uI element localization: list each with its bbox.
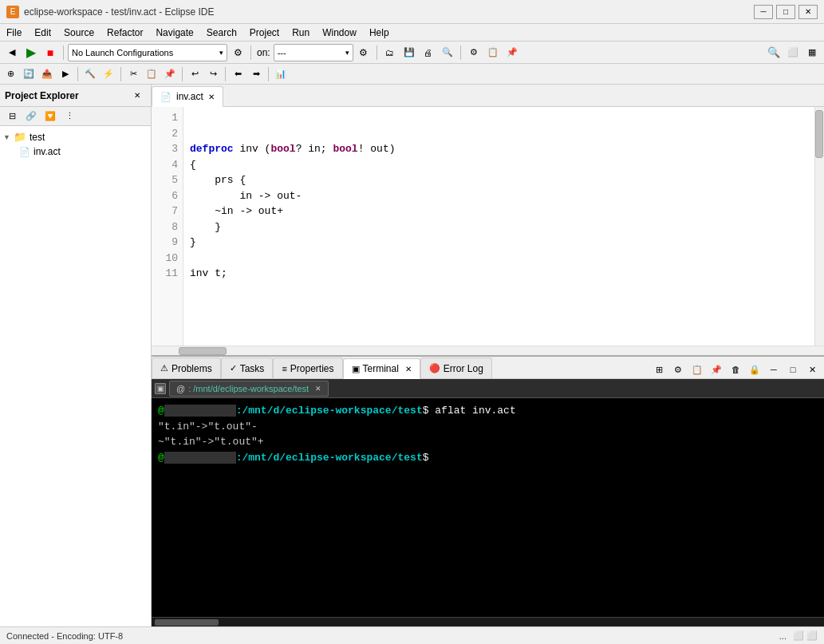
terminal-hscrollbar[interactable] xyxy=(152,617,824,626)
editor-tab-invact[interactable]: 📄 inv.act ✕ xyxy=(152,86,223,107)
close-sidebar-button[interactable]: ✕ xyxy=(128,87,146,105)
tb2-btn-3[interactable]: 📤 xyxy=(38,65,56,83)
tb2-btn-8[interactable]: 📋 xyxy=(143,65,160,83)
toolbar-separator-1 xyxy=(63,45,64,60)
view-button[interactable]: ▦ xyxy=(803,44,821,61)
menu-help[interactable]: Help xyxy=(363,24,396,41)
tb2-btn-14[interactable]: 📊 xyxy=(272,65,290,83)
tb2-btn-1[interactable]: ⊕ xyxy=(2,65,19,83)
tab-terminal[interactable]: ▣ Terminal ✕ xyxy=(343,358,420,379)
toolbar-btn-7[interactable]: 📌 xyxy=(503,44,521,61)
on-dropdown[interactable]: --- ▾ xyxy=(274,44,353,61)
tb2-btn-2[interactable]: 🔄 xyxy=(20,65,37,83)
code-line-6: ~in -> out+ xyxy=(190,205,283,217)
tb2-btn-11[interactable]: ↪ xyxy=(204,65,222,83)
close-shell-tab[interactable]: ✕ xyxy=(315,385,321,393)
terminal-settings-btn[interactable]: ⚙ xyxy=(669,361,687,378)
on-arrow: ▾ xyxy=(345,49,349,57)
search-button[interactable]: 🔍 xyxy=(765,44,783,61)
tb2-btn-5[interactable]: 🔨 xyxy=(81,65,99,83)
editor-scrollbar-thumb[interactable] xyxy=(815,110,823,158)
minimize-button[interactable]: ─ xyxy=(754,5,773,19)
menu-file[interactable]: File xyxy=(0,24,28,41)
close-tab-button[interactable]: ✕ xyxy=(208,93,215,101)
launch-config-arrow: ▾ xyxy=(219,49,223,57)
run-button[interactable]: ▶ xyxy=(22,44,40,61)
title-text: eclipse-workspace - test/inv.act - Eclip… xyxy=(24,6,754,18)
toolbar-btn-6[interactable]: 📋 xyxy=(484,44,502,61)
menu-refactor[interactable]: Refactor xyxy=(101,24,149,41)
errorlog-label: Error Log xyxy=(444,363,483,374)
toolbar-btn-1[interactable]: 🗂 xyxy=(381,44,399,61)
toolbar-btn-2[interactable]: 💾 xyxy=(400,44,418,61)
tree-item-invact[interactable]: 📄 inv.act xyxy=(0,144,151,159)
tb2-btn-12[interactable]: ⬅ xyxy=(229,65,246,83)
tb2-btn-4[interactable]: ▶ xyxy=(57,65,74,83)
prompt-user-1: @ xyxy=(158,405,164,417)
maximize-button[interactable]: □ xyxy=(776,5,795,19)
toolbar-btn-5[interactable]: ⚙ xyxy=(465,44,483,61)
menu-search[interactable]: Search xyxy=(200,24,243,41)
title-bar: E eclipse-workspace - test/inv.act - Ecl… xyxy=(0,0,824,24)
terminal-clear-btn[interactable]: 🗑 xyxy=(727,361,744,378)
menu-window[interactable]: Window xyxy=(316,24,363,41)
code-line-3: { xyxy=(190,159,196,171)
editor-scrollbar[interactable] xyxy=(814,107,824,346)
tb2-btn-6[interactable]: ⚡ xyxy=(100,65,117,83)
launch-config-settings[interactable]: ⚙ xyxy=(229,44,246,61)
app-icon: E xyxy=(6,6,19,18)
tb2-btn-9[interactable]: 📌 xyxy=(161,65,179,83)
menu-edit[interactable]: Edit xyxy=(28,24,57,41)
terminal-label: Terminal xyxy=(363,363,399,374)
sidebar-tree: ▼ 📁 test 📄 inv.act xyxy=(0,126,151,626)
tab-properties[interactable]: ≡ Properties xyxy=(273,358,342,378)
terminal-output[interactable]: @ :/mnt/d/eclipse-workspace/test$ aflat … xyxy=(152,398,824,617)
editor-and-bottom: 📄 inv.act ✕ 1 2 3 4 5 6 7 8 9 10 11 xyxy=(152,85,824,626)
terminal-shell-tab[interactable]: @ : /mnt/d/eclipse-workspace/test ✕ xyxy=(169,381,329,397)
tab-problems[interactable]: ⚠ Problems xyxy=(152,358,221,378)
terminal-copy-btn[interactable]: 📋 xyxy=(688,361,706,378)
menu-navigate[interactable]: Navigate xyxy=(149,24,199,41)
on-settings[interactable]: ⚙ xyxy=(355,44,373,61)
tb2-btn-13[interactable]: ➡ xyxy=(247,65,265,83)
minimize-bottom[interactable]: ─ xyxy=(765,361,783,378)
stop-button[interactable]: ■ xyxy=(41,44,59,61)
close-window-button[interactable]: ✕ xyxy=(798,5,818,19)
filter-button[interactable]: 🔽 xyxy=(41,108,59,125)
new-terminal-button[interactable]: ⊞ xyxy=(650,361,668,378)
link-editor-button[interactable]: 🔗 xyxy=(22,108,40,125)
folder-icon: 📁 xyxy=(14,131,26,143)
close-terminal-tab[interactable]: ✕ xyxy=(405,365,412,373)
view-menu-button[interactable]: ⋮ xyxy=(61,108,78,125)
close-bottom[interactable]: ✕ xyxy=(803,361,821,378)
collapse-all-button[interactable]: ⊟ xyxy=(3,108,21,125)
terminal-paste-btn[interactable]: 📌 xyxy=(708,361,725,378)
editor-hscrollbar[interactable] xyxy=(152,346,824,355)
terminal-hscrollbar-thumb[interactable] xyxy=(155,619,219,626)
prompt-path-2: :/mnt/d/eclipse-workspace/test xyxy=(236,452,423,464)
tab-errorlog[interactable]: 🔴 Error Log xyxy=(420,358,492,378)
toolbar-btn-4[interactable]: 🔍 xyxy=(439,44,456,61)
term-out-3: ~"t.in"->"t.out"+ xyxy=(158,436,264,448)
menu-source[interactable]: Source xyxy=(57,24,101,41)
terminal-scroll-lock[interactable]: 🔒 xyxy=(746,361,763,378)
main-content: Project Explorer ✕ ⊟ 🔗 🔽 ⋮ ▼ 📁 test 📄 in… xyxy=(0,85,824,626)
toolbar-btn-3[interactable]: 🖨 xyxy=(420,44,437,61)
maximize-bottom[interactable]: □ xyxy=(784,361,802,378)
launch-config-dropdown[interactable]: No Launch Configurations ▾ xyxy=(68,44,227,61)
tb2-btn-7[interactable]: ✂ xyxy=(124,65,142,83)
tb2-sep-3 xyxy=(182,67,183,81)
sidebar: Project Explorer ✕ ⊟ 🔗 🔽 ⋮ ▼ 📁 test 📄 in… xyxy=(0,85,152,626)
tb2-btn-10[interactable]: ↩ xyxy=(186,65,203,83)
tree-item-test[interactable]: ▼ 📁 test xyxy=(0,129,151,144)
back-button[interactable]: ◀ xyxy=(3,44,21,61)
code-editor[interactable]: defproc inv (bool? in; bool! out) { prs … xyxy=(183,107,814,346)
menu-project[interactable]: Project xyxy=(243,24,286,41)
on-value: --- xyxy=(278,48,286,57)
perspective-button[interactable]: ⬜ xyxy=(784,44,802,61)
errorlog-icon: 🔴 xyxy=(429,363,440,373)
menu-run[interactable]: Run xyxy=(286,24,316,41)
code-line-7: } xyxy=(190,221,221,233)
editor-hscrollbar-thumb[interactable] xyxy=(179,347,227,355)
tab-tasks[interactable]: ✓ Tasks xyxy=(221,358,274,378)
